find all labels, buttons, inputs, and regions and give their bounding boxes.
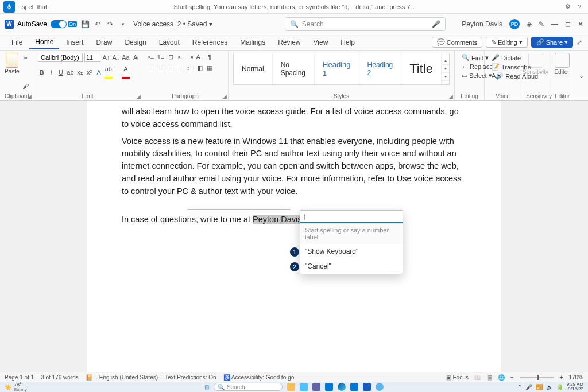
clipboard-dialog-launcher[interactable]: ◢ <box>28 94 32 99</box>
text-predictions[interactable]: Text Predictions: On <box>165 374 216 381</box>
paragraph-dialog-launcher[interactable]: ◢ <box>223 94 227 99</box>
font-name-select[interactable] <box>38 53 83 62</box>
style-no-spacing[interactable]: No Spacing <box>273 53 315 84</box>
tab-layout[interactable]: Layout <box>153 36 185 49</box>
weather-widget[interactable]: ☀️ 78°F Sunny <box>5 382 27 392</box>
tray-volume-icon[interactable]: 🔈 <box>546 384 553 390</box>
tray-mic-icon[interactable]: 🎤 <box>525 384 532 390</box>
diamond-icon[interactable]: ◈ <box>527 20 532 28</box>
align-right-button[interactable]: ≡ <box>167 64 175 72</box>
dictate-button[interactable]: 🎤 Dictate <box>492 54 514 61</box>
subscript-button[interactable]: x₂ <box>76 68 84 76</box>
autosave-toggle[interactable] <box>51 20 67 28</box>
font-color-button[interactable]: A <box>122 65 137 80</box>
document-page[interactable]: will also learn how to open the voice ac… <box>87 101 501 372</box>
tab-home[interactable]: Home <box>29 36 59 49</box>
pen-icon[interactable]: ✎ <box>539 20 544 28</box>
cut-icon[interactable]: ✂ <box>21 54 29 62</box>
sensitivity-icon[interactable] <box>528 53 543 68</box>
comments-button[interactable]: 💬 Comments <box>432 37 482 48</box>
tab-mailings[interactable]: Mailings <box>234 36 271 49</box>
replace-button[interactable]: ↔ Replace <box>462 63 477 70</box>
multilevel-list-button[interactable]: ⊟ <box>167 53 175 61</box>
tray-clock[interactable]: 9:28 AM 9/15/22 <box>567 382 583 391</box>
start-button[interactable]: ⊞ <box>204 384 209 390</box>
sensitivity-button[interactable]: Sensitivity <box>523 69 548 75</box>
taskbar-store-icon[interactable] <box>350 383 358 391</box>
justify-button[interactable]: ≡ <box>176 64 184 72</box>
word-count[interactable]: 3 of 176 words <box>41 374 79 381</box>
tab-view[interactable]: View <box>308 36 334 49</box>
editor-icon[interactable] <box>555 53 570 68</box>
search-box[interactable]: 🔍 Search 🎤 <box>285 17 446 31</box>
user-avatar[interactable]: PD <box>509 19 520 29</box>
style-heading1[interactable]: Heading 1 <box>315 53 359 84</box>
font-size-select[interactable] <box>84 53 100 62</box>
bullets-button[interactable]: •≡ <box>147 53 155 61</box>
decrease-indent-button[interactable]: ⇤ <box>176 53 184 61</box>
spell-option-cancel[interactable]: 2 "Cancel" <box>300 259 403 274</box>
spell-check-icon[interactable]: 📔 <box>86 374 92 381</box>
document-area[interactable]: will also learn how to open the voice ac… <box>0 101 588 372</box>
styles-scroll-up[interactable]: ▴ <box>442 57 449 65</box>
taskbar-widgets-icon[interactable] <box>300 383 308 391</box>
shading-button[interactable]: ◧ <box>196 64 204 72</box>
borders-button[interactable]: ▦ <box>206 64 214 72</box>
bold-button[interactable]: B <box>38 68 46 76</box>
numbering-button[interactable]: 1≡ <box>157 53 165 61</box>
line-spacing-button[interactable]: ↕≡ <box>186 64 194 72</box>
taskbar-edge-icon[interactable] <box>338 383 346 391</box>
taskbar-chat-icon[interactable] <box>312 383 320 391</box>
spell-input[interactable]: | <box>300 211 403 223</box>
tray-chevron-icon[interactable]: ⌃ <box>517 384 522 390</box>
undo-icon[interactable]: ↶ <box>93 20 102 29</box>
tab-draw[interactable]: Draw <box>90 36 118 49</box>
tab-review[interactable]: Review <box>272 36 306 49</box>
page-indicator[interactable]: Page 1 of 1 <box>5 374 34 381</box>
superscript-button[interactable]: x² <box>86 68 94 76</box>
read-aloud-button[interactable]: A🔊 Read Aloud <box>492 72 514 80</box>
tab-design[interactable]: Design <box>119 36 152 49</box>
underline-button[interactable]: U <box>57 68 65 76</box>
tray-wifi-icon[interactable]: 📶 <box>536 384 543 390</box>
highlight-color-button[interactable]: ab <box>105 65 120 80</box>
align-left-button[interactable]: ≡ <box>147 64 155 72</box>
tab-file[interactable]: File <box>6 36 28 49</box>
style-title[interactable]: Title <box>401 53 442 84</box>
styles-dialog-launcher[interactable]: ◢ <box>449 94 453 99</box>
strikethrough-button[interactable]: ab <box>67 68 75 76</box>
taskbar-explorer-icon[interactable] <box>287 383 295 391</box>
format-painter-icon[interactable]: 🖌 <box>21 82 29 90</box>
voice-settings-icon[interactable]: ⚙ <box>565 3 571 10</box>
accessibility-status[interactable]: ♿ Accessibility: Good to go <box>223 374 295 381</box>
ribbon-options-icon[interactable]: ⌄ <box>579 72 584 80</box>
redo-icon[interactable]: ↷ <box>106 20 115 29</box>
increase-indent-button[interactable]: ⇥ <box>186 53 194 61</box>
clear-formatting-icon[interactable]: A̶ <box>131 53 140 61</box>
styles-scroll-down[interactable]: ▾ <box>442 65 449 73</box>
style-heading2[interactable]: Heading 2 <box>359 53 402 84</box>
view-print-icon[interactable]: ▤ <box>487 374 492 381</box>
minimize-button[interactable]: — <box>551 20 558 28</box>
user-name-label[interactable]: Peyton Davis <box>462 20 502 28</box>
text-effects-icon[interactable]: A <box>95 68 103 76</box>
tab-help[interactable]: Help <box>335 36 361 49</box>
tab-insert[interactable]: Insert <box>60 36 89 49</box>
styles-expand[interactable]: ▾ <box>442 73 449 81</box>
tray-battery-icon[interactable]: 🔋 <box>556 384 563 390</box>
spell-option-show-keyboard[interactable]: 1 "Show Keyboard" <box>300 244 403 259</box>
taskbar-accessibility-icon[interactable] <box>376 383 384 391</box>
editing-mode-button[interactable]: ✎ Editing ▾ <box>486 37 528 48</box>
maximize-button[interactable]: ◻ <box>565 20 571 28</box>
view-web-icon[interactable]: 🌐 <box>498 374 505 381</box>
change-case-icon[interactable]: Aa <box>122 53 130 61</box>
close-button[interactable]: ✕ <box>578 20 583 28</box>
zoom-level[interactable]: 170% <box>568 374 583 381</box>
sort-button[interactable]: A↓ <box>196 53 204 61</box>
tab-references[interactable]: References <box>187 36 233 49</box>
font-dialog-launcher[interactable]: ◢ <box>137 94 141 99</box>
transcribe-button[interactable]: 📝 Transcribe <box>492 63 514 71</box>
taskbar-word-icon[interactable] <box>363 383 371 391</box>
zoom-out-button[interactable]: − <box>510 374 514 381</box>
search-mic-icon[interactable]: 🎤 <box>432 20 440 28</box>
